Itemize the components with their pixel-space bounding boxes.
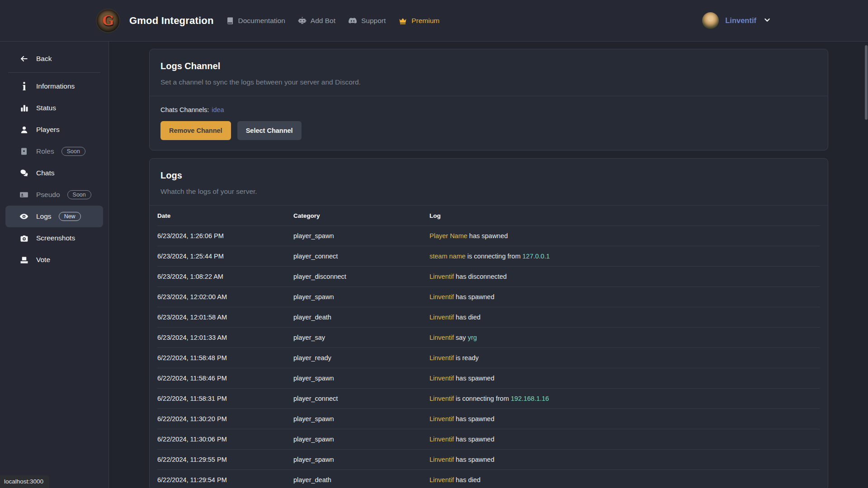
channel-link[interactable]: idea (212, 106, 224, 113)
log-link[interactable]: Linventif (429, 334, 454, 341)
table-row: 6/23/2024, 1:25:44 PM player_connect ste… (157, 246, 820, 266)
sidebar-item-informations[interactable]: Informations (5, 75, 103, 97)
logs-channel-card: Logs Channel Set a channel to sync the l… (149, 49, 828, 150)
log-message: Linventif has spawned (429, 456, 820, 463)
log-date: 6/23/2024, 1:08:22 AM (157, 273, 293, 280)
log-date: 6/22/2024, 11:29:54 PM (157, 476, 293, 483)
sidebar-item-players[interactable]: Players (5, 119, 103, 141)
scrollbar-thumb[interactable] (865, 45, 868, 120)
log-category: player_ready (293, 354, 429, 361)
log-link[interactable]: Linventif (429, 314, 454, 321)
log-category: player_spawn (293, 375, 429, 382)
logs-table-header: Date Category Log (157, 206, 820, 225)
user-menu[interactable]: Linventif (702, 12, 771, 29)
nav-link-premium[interactable]: Premium (398, 16, 439, 25)
sidebar-item-pseudo[interactable]: Pseudo Soon (5, 184, 103, 206)
sidebar-item-roles[interactable]: Roles Soon (5, 141, 103, 162)
log-date: 6/22/2024, 11:30:06 PM (157, 436, 293, 443)
sidebar-item-chats[interactable]: Chats (5, 162, 103, 184)
log-text: has disconnected (454, 273, 507, 280)
logs-channel-title: Logs Channel (160, 60, 817, 72)
log-link[interactable]: 127.0.0.1 (523, 253, 550, 260)
log-link[interactable]: Player Name (429, 232, 467, 239)
logs-channel-description: Set a channel to sync the logs between y… (160, 78, 817, 87)
log-message: Linventif has disconnected (429, 273, 820, 280)
table-row: 6/23/2024, 12:02:00 AM player_spawn Linv… (157, 286, 820, 307)
nav-link-add-bot[interactable]: Add Bot (298, 16, 335, 25)
column-header-log: Log (429, 212, 820, 219)
table-row: 6/23/2024, 1:08:22 AM player_disconnect … (157, 266, 820, 286)
person-icon (19, 126, 29, 134)
table-row: 6/23/2024, 1:26:06 PM player_spawn Playe… (157, 225, 820, 246)
remove-channel-button[interactable]: Remove Channel (160, 121, 231, 140)
soon-badge: Soon (67, 190, 91, 199)
log-date: 6/23/2024, 12:01:58 AM (157, 314, 293, 321)
log-link[interactable]: 192.168.1.16 (511, 395, 549, 402)
brand-title: Gmod Integration (129, 15, 214, 27)
chevron-down-icon (764, 16, 771, 25)
logs-description: Whatch the logs of your server. (160, 187, 817, 196)
logs-table-body: 6/23/2024, 1:26:06 PM player_spawn Playe… (157, 225, 820, 488)
log-date: 6/23/2024, 1:26:06 PM (157, 232, 293, 239)
discord-icon (348, 16, 357, 25)
nav-link-support[interactable]: Support (348, 16, 386, 25)
table-row: 6/22/2024, 11:30:20 PM player_spawn Linv… (157, 408, 820, 429)
log-link[interactable]: Linventif (429, 456, 454, 463)
log-message: Linventif has spawned (429, 293, 820, 300)
log-link[interactable]: Linventif (429, 354, 454, 361)
eye-icon (19, 212, 29, 221)
sidebar-item-label: Chats (36, 169, 55, 177)
column-header-category: Category (293, 212, 429, 219)
log-category: player_spawn (293, 415, 429, 422)
brand[interactable]: G Gmod Integration (97, 9, 214, 32)
log-category: player_say (293, 334, 429, 341)
nav-link-documentation[interactable]: Documentation (226, 17, 285, 25)
log-message: Linventif is connecting from 192.168.1.1… (429, 395, 820, 402)
table-row: 6/22/2024, 11:29:55 PM player_spawn Linv… (157, 449, 820, 469)
sidebar-item-screenshots[interactable]: Screenshots (5, 227, 103, 249)
log-category: player_spawn (293, 456, 429, 463)
username: Linventif (725, 16, 756, 25)
logs-table: Date Category Log 6/23/2024, 1:26:06 PM … (150, 206, 828, 488)
nav-link-label: Documentation (238, 17, 285, 25)
arrow-left-icon (19, 54, 29, 63)
log-message: Linventif has spawned (429, 436, 820, 443)
log-message: Linventif has spawned (429, 375, 820, 382)
log-category: player_connect (293, 395, 429, 402)
top-navbar: G Gmod Integration Documentation Add Bot (0, 0, 868, 42)
log-category: player_spawn (293, 232, 429, 239)
select-channel-button[interactable]: Select Channel (237, 121, 302, 140)
log-message: Linventif has died (429, 476, 820, 483)
sidebar-divider (8, 72, 100, 73)
log-link[interactable]: Linventif (429, 415, 454, 422)
log-message: Linventif has spawned (429, 415, 820, 422)
log-link[interactable]: Linventif (429, 293, 454, 300)
log-category: player_spawn (293, 436, 429, 443)
table-row: 6/22/2024, 11:58:46 PM player_spawn Linv… (157, 368, 820, 388)
log-text: is connecting from (454, 395, 511, 402)
log-text: has died (454, 314, 481, 321)
id-badge-icon (19, 147, 29, 155)
log-text: has spawned (454, 436, 494, 443)
log-link[interactable]: steam name (429, 253, 466, 260)
sidebar-item-vote[interactable]: Vote (5, 249, 103, 271)
logs-card-header: Logs Whatch the logs of your server. (150, 159, 828, 206)
chats-channels-row: Chats Channels:idea (160, 106, 817, 113)
log-message: Linventif is ready (429, 354, 820, 361)
log-category: player_disconnect (293, 273, 429, 280)
sidebar-item-status[interactable]: Status (5, 97, 103, 119)
log-date: 6/22/2024, 11:30:20 PM (157, 415, 293, 422)
log-link[interactable]: Linventif (429, 273, 454, 280)
log-date: 6/23/2024, 12:01:33 AM (157, 334, 293, 341)
new-badge: New (59, 212, 81, 221)
log-link[interactable]: Linventif (429, 436, 454, 443)
logs-channel-card-body: Chats Channels:idea Remove Channel Selec… (150, 96, 828, 150)
log-link[interactable]: Linventif (429, 476, 454, 483)
log-link[interactable]: Linventif (429, 395, 454, 402)
avatar (702, 12, 719, 29)
log-link[interactable]: Linventif (429, 375, 454, 382)
table-row: 6/23/2024, 12:01:58 AM player_death Linv… (157, 307, 820, 327)
sidebar-item-back[interactable]: Back (5, 48, 103, 70)
log-link[interactable]: yrg (468, 334, 477, 341)
sidebar-item-logs[interactable]: Logs New (5, 206, 103, 227)
